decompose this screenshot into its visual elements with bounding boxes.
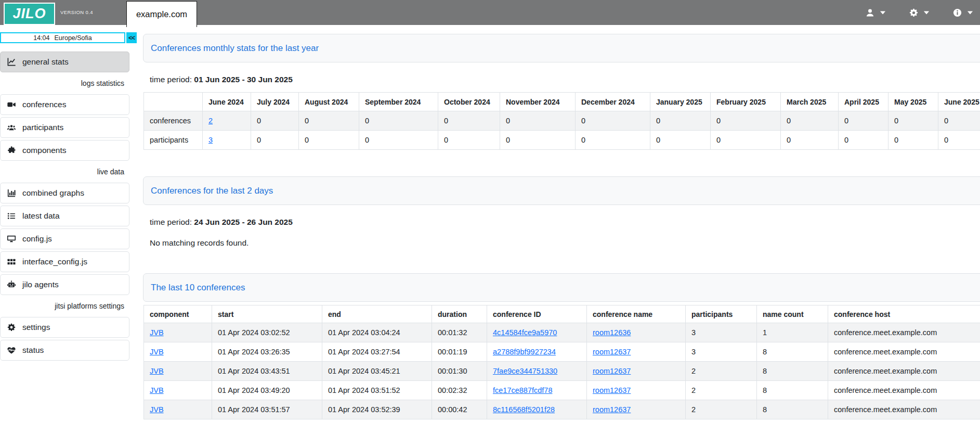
table-cell: 0 [650, 131, 711, 150]
table-cell: JVB [144, 323, 212, 342]
table-cell: 0 [888, 111, 938, 131]
cell-link[interactable]: JVB [150, 405, 164, 414]
table-cell: 0 [711, 131, 781, 150]
column-header [144, 93, 203, 111]
table-cell: 4c14584fce9a5970 [487, 323, 587, 342]
column-header: April 2025 [839, 93, 888, 111]
sidebar-item-participants[interactable]: participants [0, 117, 129, 138]
cell-link[interactable]: room12637 [593, 367, 631, 375]
settings-menu[interactable] [909, 0, 930, 25]
cell-link[interactable]: room12637 [593, 405, 631, 414]
table-cell: room12637 [587, 342, 686, 362]
cell-link[interactable]: JVB [150, 367, 164, 375]
table-cell: 01 Apr 2024 03:52:39 [322, 400, 432, 419]
cell-link[interactable]: 7fae9ce344751330 [493, 367, 557, 375]
sidebar-item-latest-data[interactable]: latest data [0, 206, 129, 226]
cell-link[interactable]: fce17ce887fcdf78 [493, 386, 552, 394]
sidebar-item-config-js[interactable]: config.js [0, 228, 129, 249]
sidebar-section-label: logs statistics [0, 79, 129, 87]
table-cell: 0 [438, 111, 500, 131]
no-records-message: No matching records found. [150, 238, 980, 248]
table-cell: 0 [839, 111, 888, 131]
info-menu[interactable] [952, 0, 973, 25]
sidebar-item-settings[interactable]: settings [0, 317, 129, 338]
section-title: Conferences for the last 2 days [151, 186, 273, 196]
clock-timezone: Europe/Sofia [55, 34, 92, 42]
cell-link[interactable]: JVB [150, 386, 164, 394]
column-header: January 2025 [650, 93, 711, 111]
table-cell: 0 [576, 131, 650, 150]
sidebar-item-jilo-agents[interactable]: jilo agents [0, 274, 129, 295]
sidebar-item-label: general stats [22, 57, 69, 67]
column-header: end [322, 305, 432, 323]
cell-link[interactable]: 3 [208, 136, 213, 144]
table-cell: conferences [144, 111, 203, 131]
section-header-last-2-days[interactable]: Conferences for the last 2 days [143, 176, 980, 205]
table-row: JVB01 Apr 2024 03:02:5201 Apr 2024 03:04… [144, 323, 980, 342]
table-cell: JVB [144, 400, 212, 419]
cell-link[interactable]: room12637 [593, 386, 631, 394]
table-cell: 00:01:32 [432, 323, 487, 342]
cell-link[interactable]: 2 [208, 117, 213, 125]
column-header: November 2024 [500, 93, 576, 111]
table-cell: 0 [576, 111, 650, 131]
cell-link[interactable]: JVB [150, 328, 164, 337]
column-header: September 2024 [359, 93, 438, 111]
column-header: duration [432, 305, 487, 323]
table-cell: 8 [757, 362, 828, 381]
cell-link[interactable]: a2788f9bf9927234 [493, 348, 556, 356]
main-content: Conferences monthly stats for the last y… [143, 25, 980, 419]
cell-link[interactable]: 8c116568f5201f28 [493, 405, 555, 414]
table-cell: 0 [251, 111, 299, 131]
table-row: JVB01 Apr 2024 03:26:3501 Apr 2024 03:27… [144, 342, 980, 362]
table-header-row: componentstartenddurationconference IDco… [144, 305, 980, 323]
table-cell: 0 [781, 131, 839, 150]
app-logo-text: JILO [12, 6, 46, 22]
cell-link[interactable]: 4c14584fce9a5970 [493, 328, 557, 337]
table-cell: JVB [144, 362, 212, 381]
caret-down-icon [923, 10, 930, 15]
sidebar-item-combined-graphs[interactable]: combined graphs [0, 183, 129, 203]
table-row: JVB01 Apr 2024 03:49:2001 Apr 2024 03:51… [144, 381, 980, 400]
cell-link[interactable]: room12637 [593, 348, 631, 356]
table-cell: 0 [299, 131, 359, 150]
column-header: August 2024 [299, 93, 359, 111]
cell-link[interactable]: room12636 [593, 328, 631, 337]
sidebar-item-components[interactable]: components [0, 140, 129, 161]
time-period: time period: 01 Jun 2025 - 30 Jun 2025 [150, 75, 980, 84]
cell-link[interactable]: JVB [150, 348, 164, 356]
sidebar-item-general-stats[interactable]: general stats [0, 52, 129, 72]
column-header: conference host [828, 305, 980, 323]
section-header-monthly-stats[interactable]: Conferences monthly stats for the last y… [143, 34, 980, 62]
time-period-value: 24 Jun 2025 - 26 Jun 2025 [194, 218, 293, 226]
table-cell: a2788f9bf9927234 [487, 342, 587, 362]
sidebar-item-status[interactable]: status [0, 340, 129, 361]
sidebar-item-interface-config-js[interactable]: interface_config.js [0, 251, 129, 272]
table-cell: 2 [686, 381, 757, 400]
table-cell: 0 [938, 131, 980, 150]
sidebar-item-conferences[interactable]: conferences [0, 94, 129, 115]
last-2-days-section: Conferences for the last 2 days time per… [143, 176, 980, 248]
display-icon [6, 234, 17, 244]
table-cell: 01 Apr 2024 03:51:52 [322, 381, 432, 400]
table-cell: 01 Apr 2024 03:02:52 [212, 323, 322, 342]
sidebar-section-label: live data [0, 168, 129, 176]
section-header-last-10-conferences[interactable]: The last 10 conferences [143, 273, 980, 302]
heart-pulse-icon [6, 346, 17, 355]
sidebar-collapse-button[interactable]: << [126, 32, 137, 43]
user-menu[interactable] [865, 0, 886, 25]
sidebar-item-label: status [22, 346, 44, 355]
column-header: February 2025 [711, 93, 781, 111]
sidebar-item-label: latest data [22, 211, 60, 221]
table-cell: 0 [299, 111, 359, 131]
table-cell: JVB [144, 342, 212, 362]
table-cell: conference.meet.example.com [828, 381, 980, 400]
last-10-conferences-table: componentstartenddurationconference IDco… [143, 305, 980, 419]
table-cell: 0 [251, 131, 299, 150]
sidebar-item-label: components [22, 146, 66, 155]
version-label: VERSION 0.4 [60, 9, 93, 15]
platform-tab-label: example.com [136, 9, 187, 19]
table-cell: conference.meet.example.com [828, 342, 980, 362]
platform-tab-example-com[interactable]: example.com [126, 1, 197, 27]
table-cell: 0 [359, 111, 438, 131]
